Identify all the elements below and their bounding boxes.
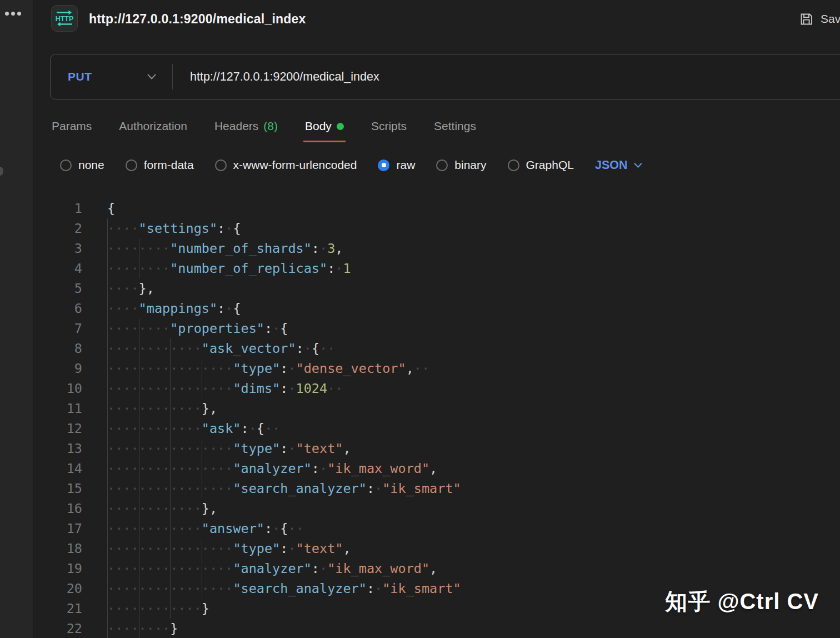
- line-number: 14: [33, 458, 82, 478]
- code-line[interactable]: 12············"ask":·{··: [33, 418, 840, 438]
- indent-guide: [202, 579, 202, 599]
- code-token: "properties": [170, 321, 264, 336]
- radio-raw[interactable]: raw: [378, 158, 415, 172]
- indent-guide: [170, 398, 171, 418]
- code-token: :: [217, 221, 225, 236]
- code-line[interactable]: 9················"type":·"dense_vector",…: [33, 358, 840, 378]
- indent-guide: [107, 438, 108, 458]
- indent-guide: [107, 458, 108, 478]
- code-token: "analyzer": [233, 461, 311, 476]
- code-line[interactable]: 4········"number_of_replicas":·1: [33, 258, 840, 278]
- radio-none[interactable]: none: [60, 158, 104, 172]
- code-line[interactable]: 2····"settings":·{: [33, 218, 840, 238]
- code-line[interactable]: 10················"dims":·1024··: [33, 378, 840, 398]
- code-token: "number_of_shards": [170, 241, 312, 256]
- code-token: "analyzer": [233, 561, 311, 576]
- more-options-icon[interactable]: [5, 12, 21, 16]
- indent-guide: [202, 478, 202, 499]
- method-selector[interactable]: PUT: [51, 70, 172, 83]
- tab-settings[interactable]: Settings: [434, 110, 476, 142]
- code-line[interactable]: 22········}: [33, 619, 840, 638]
- code-line[interactable]: 19················"analyzer":·"ik_max_wo…: [33, 559, 840, 579]
- code-line[interactable]: 3········"number_of_shards":·3,: [33, 238, 840, 258]
- tab-scripts[interactable]: Scripts: [371, 110, 407, 142]
- indent-guide: [107, 298, 108, 318]
- code-token: "settings": [139, 221, 217, 236]
- code-token: },: [202, 401, 217, 416]
- radio-binary[interactable]: binary: [436, 158, 486, 172]
- code-token: ·: [319, 561, 327, 576]
- code-token: ,: [335, 241, 343, 256]
- code-line[interactable]: 6····"mappings":·{: [33, 298, 840, 318]
- tab-authorization[interactable]: Authorization: [119, 110, 187, 142]
- code-token: ·: [304, 341, 312, 356]
- line-number: 4: [33, 258, 82, 278]
- indent-guide: [170, 418, 171, 438]
- radio-graphql[interactable]: GraphQL: [508, 158, 574, 172]
- code-line[interactable]: 8············"ask_vector":·{··: [33, 338, 840, 358]
- code-token: },: [202, 501, 217, 516]
- code-line[interactable]: 14················"analyzer":·"ik_max_wo…: [33, 458, 840, 478]
- code-token: :: [217, 301, 225, 316]
- url-input[interactable]: [173, 70, 840, 84]
- indent-guide: [107, 378, 108, 398]
- json-body-editor[interactable]: 1{2····"settings":·{3········"number_of_…: [33, 198, 840, 638]
- code-token: ·: [272, 321, 280, 336]
- code-line[interactable]: 18················"type":·"text",: [33, 539, 840, 559]
- radio-form-data[interactable]: form-data: [126, 158, 194, 172]
- code-line[interactable]: 7········"properties":·{: [33, 318, 840, 338]
- indent-guide: [139, 378, 139, 398]
- indent-guide: [170, 338, 171, 358]
- watermark: 知乎 @Ctrl CV: [665, 586, 819, 617]
- radio-circle-icon: [215, 160, 227, 171]
- indent-guide: [139, 539, 139, 559]
- line-number: 6: [33, 298, 82, 318]
- code-line[interactable]: 13················"type":·"text",: [33, 438, 840, 458]
- tab-body[interactable]: Body: [305, 110, 344, 142]
- code-token: ·: [225, 221, 233, 236]
- indent-guide: [139, 559, 139, 579]
- code-token: "ask_vector": [202, 341, 296, 356]
- title-bar: HTTP http://127.0.0.1:9200/medical_index…: [33, 0, 840, 38]
- panel-collapse-handle[interactable]: [0, 167, 3, 176]
- code-token: ············: [107, 601, 202, 616]
- code-token: "ik_max_word": [327, 461, 429, 476]
- indent-guide: [170, 358, 171, 378]
- indent-guide: [170, 499, 171, 519]
- indent-guide: [107, 519, 108, 539]
- code-line[interactable]: 17············"answer":·{··: [33, 519, 840, 539]
- code-token: ··: [319, 341, 335, 356]
- code-token: "answer": [202, 521, 264, 536]
- code-line[interactable]: 1{: [33, 198, 840, 218]
- tab-headers[interactable]: Headers(8): [214, 110, 278, 142]
- indent-guide: [202, 438, 202, 458]
- radio-selected-icon: [378, 160, 389, 171]
- raw-format-label: JSON: [595, 158, 628, 172]
- indent-guide: [139, 599, 139, 619]
- page-title: http://127.0.0.1:9200/medical_index: [89, 0, 306, 38]
- code-line[interactable]: 5····},: [33, 278, 840, 298]
- line-number: 17: [33, 519, 82, 539]
- body-type-options: none form-data x-www-form-urlencoded raw…: [60, 151, 643, 179]
- code-line[interactable]: 15················"search_analyzer":·"ik…: [33, 478, 840, 499]
- tab-params[interactable]: Params: [52, 110, 92, 142]
- raw-format-selector[interactable]: JSON: [595, 158, 643, 172]
- indent-guide: [170, 519, 171, 539]
- code-token: },: [139, 281, 154, 296]
- code-token: {: [280, 521, 288, 536]
- line-number: 16: [33, 499, 82, 519]
- code-line[interactable]: 16············},: [33, 499, 840, 519]
- code-token: ·: [288, 381, 296, 396]
- radio-x-www-form-urlencoded[interactable]: x-www-form-urlencoded: [215, 158, 357, 172]
- indent-guide: [170, 559, 171, 579]
- code-token: ····: [107, 221, 139, 236]
- code-token: :: [296, 341, 304, 356]
- code-token: {: [233, 301, 241, 316]
- code-token: :: [312, 461, 319, 476]
- code-token: ·: [319, 461, 327, 476]
- line-number: 20: [33, 579, 82, 599]
- save-button[interactable]: Save: [799, 0, 840, 38]
- code-line[interactable]: 11············},: [33, 398, 840, 418]
- line-number: 7: [33, 318, 82, 338]
- radio-circle-icon: [508, 160, 519, 171]
